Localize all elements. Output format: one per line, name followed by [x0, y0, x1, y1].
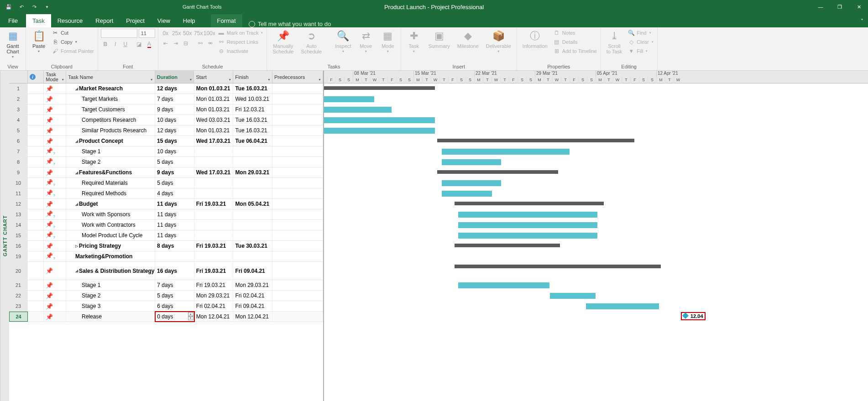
undo-icon[interactable]: ↶ — [16, 2, 26, 12]
finish-cell[interactable]: Tue 16.03.21 — [233, 83, 272, 94]
task-name-cell[interactable]: Required Methods — [66, 188, 155, 198]
mode-button[interactable]: ▦Mode▼ — [378, 29, 398, 54]
finish-cell[interactable]: Mon 12.04.21 — [233, 312, 272, 322]
finish-cell[interactable] — [233, 178, 272, 188]
task-mode-column-header[interactable]: Task Mode▼ — [44, 71, 66, 83]
finish-cell[interactable] — [233, 230, 272, 240]
gantt-row[interactable] — [324, 301, 868, 312]
summary-bar[interactable] — [455, 202, 604, 205]
info-cell[interactable] — [28, 209, 44, 219]
info-cell[interactable] — [28, 157, 44, 167]
finish-cell[interactable] — [233, 251, 272, 261]
task-name-cell[interactable]: Model Product Life Cycle — [66, 230, 155, 240]
tell-me-search[interactable]: Tell me what you want to do — [242, 21, 337, 27]
duration-cell[interactable]: 6 days — [155, 301, 194, 311]
task-name-cell[interactable]: ◢Budget — [66, 199, 155, 209]
start-cell[interactable]: Mon 12.04.21 — [194, 312, 234, 322]
info-cell[interactable] — [28, 312, 44, 322]
task-mode-cell[interactable]: 📌 — [44, 136, 66, 146]
gantt-row[interactable] — [324, 178, 868, 188]
info-cell[interactable] — [28, 280, 44, 290]
row-number[interactable]: 3 — [9, 104, 28, 115]
row-number[interactable]: 15 — [9, 230, 28, 240]
task-bar[interactable] — [550, 293, 596, 299]
finish-cell[interactable] — [233, 209, 272, 219]
table-row[interactable]: 23 📌 Stage 3 6 days Fri 02.04.21 Fri 09.… — [9, 301, 323, 312]
task-mode-cell[interactable]: 📌 — [44, 125, 66, 135]
duration-cell[interactable]: 16 days — [155, 262, 194, 280]
predecessors-cell[interactable] — [272, 104, 323, 115]
duration-cell[interactable] — [155, 251, 194, 261]
row-number[interactable]: 14 — [9, 220, 28, 230]
close-button[interactable]: ✕ — [850, 0, 868, 14]
finish-cell[interactable] — [233, 220, 272, 230]
pct-75-button[interactable]: 75x — [194, 29, 203, 38]
task-mode-cell[interactable]: 📌 — [44, 83, 66, 94]
start-cell[interactable] — [194, 146, 234, 156]
task-bar[interactable] — [458, 282, 549, 288]
mark-on-track-button[interactable]: ▬Mark on Track▾ — [217, 29, 264, 37]
table-row[interactable]: 15 📌? Model Product Life Cycle 11 days — [9, 230, 323, 241]
finish-cell[interactable]: Mon 05.04.21 — [233, 199, 272, 209]
split-task-button[interactable]: ⊟ — [181, 39, 190, 48]
task-name-cell[interactable]: Stage 1 — [66, 280, 155, 290]
duration-column-header[interactable]: Duration▼ — [155, 71, 194, 83]
predecessors-cell[interactable] — [272, 280, 323, 290]
predecessors-cell[interactable] — [272, 125, 323, 135]
predecessors-column-header[interactable]: Predecessors▼ — [272, 71, 323, 83]
task-bar[interactable] — [324, 107, 392, 113]
link-button[interactable]: ⚯ — [196, 39, 205, 48]
info-cell[interactable] — [28, 146, 44, 156]
task-name-cell[interactable]: Similar Products Research — [66, 125, 155, 135]
pct-50-button[interactable]: 50x — [183, 29, 192, 38]
row-number[interactable]: 6 — [9, 136, 28, 146]
duration-cell[interactable]: 5 days — [155, 178, 194, 188]
task-name-cell[interactable]: Marketing&Promotion — [66, 251, 155, 261]
finish-cell[interactable]: Fri 02.04.21 — [233, 291, 272, 301]
duration-cell[interactable]: 0 days▴▾ — [155, 312, 194, 322]
row-number[interactable]: 21 — [9, 280, 28, 290]
duration-cell[interactable]: 9 days — [155, 167, 194, 177]
insert-deliverable-button[interactable]: 📦Deliverable▼ — [483, 29, 514, 54]
task-mode-cell[interactable]: 📌 — [44, 167, 66, 177]
info-cell[interactable] — [28, 115, 44, 125]
chevron-down-icon[interactable]: ▼ — [61, 78, 64, 81]
gantt-row[interactable] — [324, 291, 868, 301]
start-cell[interactable]: Fri 19.03.21 — [194, 241, 234, 251]
table-row[interactable]: 2 📌 Target Markets 7 days Mon 01.03.21 W… — [9, 94, 323, 104]
task-name-cell[interactable]: Stage 2 — [66, 157, 155, 167]
minimize-button[interactable]: — — [811, 0, 830, 14]
table-row[interactable]: 21 📌 Stage 1 7 days Fri 19.03.21 Mon 29.… — [9, 280, 323, 291]
table-row[interactable]: 9 📌 ◢Features&Functions 9 days Wed 17.03… — [9, 167, 323, 178]
task-name-cell[interactable]: Required Materials — [66, 178, 155, 188]
table-row[interactable]: 4 📌 Competitors Research 10 days Wed 03.… — [9, 115, 323, 125]
row-number[interactable]: 20 — [9, 262, 28, 280]
indent-button[interactable]: ⇥ — [171, 39, 180, 48]
tab-resource[interactable]: Resource — [51, 14, 89, 27]
task-mode-cell[interactable]: 📌 — [44, 115, 66, 125]
info-cell[interactable] — [28, 136, 44, 146]
task-table[interactable]: i Task Mode▼ Task Name▼ Duration▼ Start▼… — [9, 71, 324, 401]
font-name-combo[interactable] — [101, 29, 137, 38]
row-number[interactable]: 7 — [9, 146, 28, 156]
gantt-row[interactable] — [324, 125, 868, 136]
table-row[interactable]: 24 📌 Release 0 days▴▾ Mon 12.04.21 Mon 1… — [9, 312, 323, 322]
gantt-row[interactable] — [324, 146, 868, 157]
summary-bar[interactable] — [437, 170, 558, 174]
start-cell[interactable] — [194, 157, 234, 167]
info-cell[interactable] — [28, 241, 44, 251]
gantt-row[interactable] — [324, 230, 868, 241]
notes-button[interactable]: 🗒Notes — [552, 29, 598, 37]
task-bar[interactable] — [458, 222, 597, 228]
table-row[interactable]: 12 📌 ◢Budget 11 days Fri 19.03.21 Mon 05… — [9, 199, 323, 209]
task-bar[interactable] — [324, 117, 435, 123]
manually-schedule-button[interactable]: 📌Manually Schedule — [270, 29, 296, 55]
format-painter-button[interactable]: 🖌Format Painter — [51, 47, 95, 55]
redo-icon[interactable]: ↷ — [29, 2, 39, 12]
gantt-chart-area[interactable]: 08 Mar '2115 Mar '2122 Mar '2129 Mar '21… — [324, 71, 868, 401]
info-cell[interactable] — [28, 301, 44, 311]
task-mode-cell[interactable]: 📌 — [44, 94, 66, 104]
task-bar[interactable] — [586, 303, 659, 309]
table-row[interactable]: 1 📌 ◢Market Research 12 days Mon 01.03.2… — [9, 83, 323, 94]
start-cell[interactable]: Wed 03.03.21 — [194, 115, 234, 125]
